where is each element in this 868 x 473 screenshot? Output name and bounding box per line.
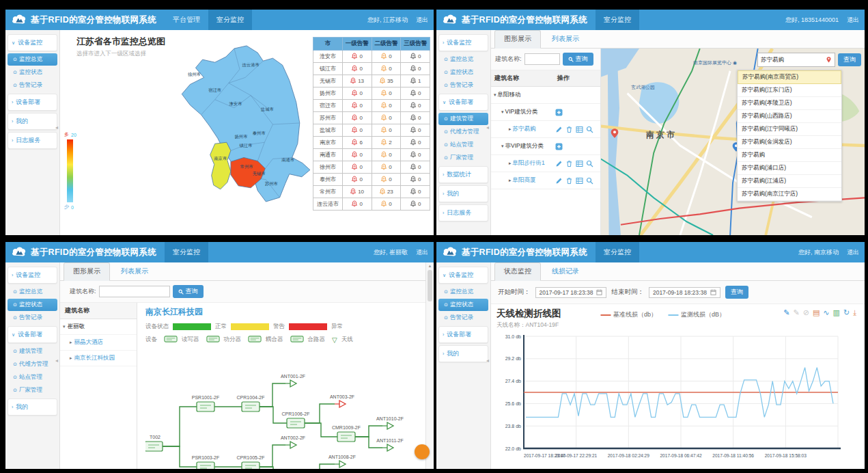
add-icon[interactable] [555,109,563,116]
table-row[interactable]: 徐州市000 [313,161,430,174]
search-result-item[interactable]: 苏宁易购(江浦店) [738,175,841,188]
sidebar-item-厂家管理[interactable]: ⊙厂家管理 [8,384,57,396]
expander-closed-icon[interactable]: ▸ [509,178,512,183]
table-row[interactable]: 盐城市000 [313,124,430,137]
edit-icon[interactable] [555,160,563,167]
antenna-node-ANT1010-2F[interactable] [387,422,393,429]
sidebar-group-设备监控[interactable]: ›设备监控 [8,267,57,284]
table-row[interactable]: 镇江市000 [313,63,430,75]
sidebar-collapse-handle[interactable]: ◂ [486,124,489,131]
expander-closed-icon[interactable]: ▸ [70,355,72,361]
sidebar-item-监控状态[interactable]: ⊙监控状态 [438,66,488,79]
logout-button[interactable]: 退出 [416,248,428,257]
expander-open-icon[interactable]: ▾ [501,144,504,148]
sidebar-item-告警记录[interactable]: ⊙告警记录 [8,312,57,324]
logout-button[interactable]: 退出 [416,16,428,25]
line-chart-icon[interactable]: ∿ [823,309,829,316]
table-row[interactable]: 南京市620 [313,137,430,149]
table-row[interactable]: 扬州市000 [313,87,430,100]
search-result-item[interactable]: 苏宁易购(南京商贸店) [738,70,841,84]
search-result-item[interactable]: 苏宁易购(江宁同曦店) [738,123,841,136]
sidebar-group-我的[interactable]: ›我的 [8,398,57,416]
map-city-label[interactable]: 淮安市 [229,101,242,107]
delete-icon[interactable] [565,126,573,133]
sidebar-collapse-handle[interactable]: ◂ [55,124,58,131]
map-city-label[interactable]: 苏州市 [264,181,278,186]
logout-button[interactable]: 退出 [847,16,859,25]
clear-mark-icon[interactable]: ⊘ [803,309,809,316]
map-city-label[interactable]: 连云港市 [242,62,259,68]
table-row[interactable]: 连云港市000 [313,198,430,211]
jiangsu-province-map[interactable]: 连云港市徐州市宿迁市淮安市盐城市扬州市泰州市镇江市南京市常州市无锡市南通市苏州市 [163,40,314,209]
nav-item-室分监控[interactable]: 室分监控 [208,10,252,30]
save-image-icon[interactable]: ⤓ [853,309,856,316]
start-time-input[interactable]: 2017-09-17 18:23:38 [535,287,607,298]
device-node-CPR1004-2F[interactable] [242,402,260,411]
map-city-label[interactable]: 徐州市 [188,72,201,77]
table-row[interactable]: 淮安市000 [313,51,430,63]
nav-item-室分监控[interactable]: 室分监控 [165,242,208,262]
sidebar-item-建筑管理[interactable]: ⊙建筑管理 [438,113,488,125]
sidebar-item-监控总览[interactable]: ⊙监控总览 [8,53,57,66]
expander-closed-icon[interactable]: ▸ [509,126,512,131]
table-row[interactable]: 泰州市000 [313,174,430,186]
expander-closed-icon[interactable]: ▸ [509,161,512,165]
legend-item-基准线损（db）[interactable]: 基准线损（db） [600,310,657,319]
sidebar-item-监控状态[interactable]: ⊙监控状态 [438,299,488,311]
tree-node-南京长江科技园[interactable]: ▸南京长江科技园 [60,351,137,366]
tab-列表展示[interactable]: 列表展示 [112,263,157,280]
sidebar-group-设备部署[interactable]: ∨设备部署 [8,326,57,343]
antenna-node-ANT003-2F[interactable] [339,401,346,407]
expander-open-icon[interactable]: ▾ [63,324,66,329]
sidebar-item-监控状态[interactable]: ⊙监控状态 [8,299,57,311]
sidebar-item-监控状态[interactable]: ⊙监控状态 [8,66,57,79]
sidebar-group-设备监控[interactable]: ∨设备监控 [438,267,488,284]
map-city-label[interactable]: 常州市 [240,164,253,169]
nav-item-室分监控[interactable]: 室分监控 [596,242,639,262]
sidebar-group-设备部署[interactable]: ›设备部署 [8,94,57,111]
tree-node-丽晶大酒店[interactable]: ▸丽晶大酒店 [60,335,137,351]
map-pin-red[interactable] [609,128,620,143]
sidebar-group-设备监控[interactable]: ∨设备监控 [8,34,57,51]
search-result-item[interactable]: 苏宁易购(南京江宁店) [738,188,841,201]
table-row[interactable]: 无锡市13351 [313,75,430,87]
search-result-item[interactable]: 苏宁易购 [738,149,841,162]
map-city-label[interactable]: 扬州市 [235,134,248,139]
mark-line-disabled-icon[interactable]: ✎ [793,309,799,316]
search-result-item[interactable]: 苏宁易购(浦口店) [738,162,841,175]
search-button[interactable]: 查询 [173,285,204,298]
search-result-item[interactable]: 苏宁易购(江东门店) [738,84,841,97]
sidebar-group-我的[interactable]: ›我的 [8,113,57,130]
table-row[interactable]: 南通市000 [313,149,430,161]
map-search-button[interactable]: 查询 [838,53,861,66]
nav-item-平台管理[interactable]: 平台管理 [165,10,208,30]
scroll-thumb[interactable] [428,270,432,301]
sidebar-group-我的[interactable]: ›我的 [438,185,488,202]
tree-node-阜阳商厦[interactable]: 阜阳商厦 [513,176,536,183]
tab-列表展示[interactable]: 列表展示 [543,31,588,48]
search-icon[interactable] [586,177,593,185]
list-icon[interactable] [576,126,583,133]
building-name-input[interactable] [524,53,560,65]
sidebar-item-监控总览[interactable]: ⊙监控总览 [438,53,488,66]
end-time-input[interactable]: 2017-09-18 18:23:38 [649,287,720,298]
sidebar-item-建筑管理[interactable]: ⊙建筑管理 [8,345,57,357]
bar-chart-icon[interactable]: ▥ [833,309,840,316]
edit-icon[interactable] [555,126,563,133]
scroll-up-icon[interactable]: ▲ [426,262,434,268]
search-result-item[interactable]: 苏宁易购(山西路店) [738,110,841,123]
sidebar-item-代维方管理[interactable]: ⊙代维方管理 [8,358,57,370]
building-name-input[interactable] [99,286,170,297]
sidebar-item-告警记录[interactable]: ⊙告警记录 [438,79,488,92]
tab-线损记录[interactable]: 线损记录 [543,263,588,280]
delete-icon[interactable] [565,177,573,185]
map-canvas[interactable]: 南京国际展览中心 ◉ 玄武湖公园 南京市 紫金山 苏宁易购 查询 [601,49,865,235]
data-view-icon[interactable]: ▤ [813,309,820,316]
sidebar-item-站点管理[interactable]: ⊙站点管理 [438,139,488,151]
logout-button[interactable]: 退出 [847,248,859,257]
tab-图形展示[interactable]: 图形展示 [494,30,541,49]
mark-line-icon[interactable]: ✎ [783,309,789,316]
sidebar-item-监控总览[interactable]: ⊙监控总览 [438,286,488,298]
map-city-label[interactable]: 泰州市 [253,131,266,135]
sidebar-group-设备监控[interactable]: ›设备监控 [438,34,488,51]
